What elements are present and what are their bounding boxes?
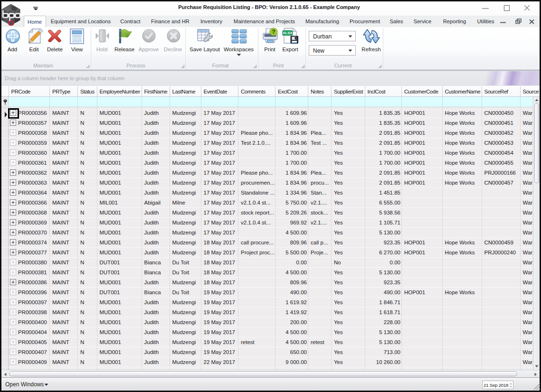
svg-text:?: ? bbox=[272, 28, 275, 35]
svg-text:XLSX: XLSX bbox=[283, 31, 293, 35]
